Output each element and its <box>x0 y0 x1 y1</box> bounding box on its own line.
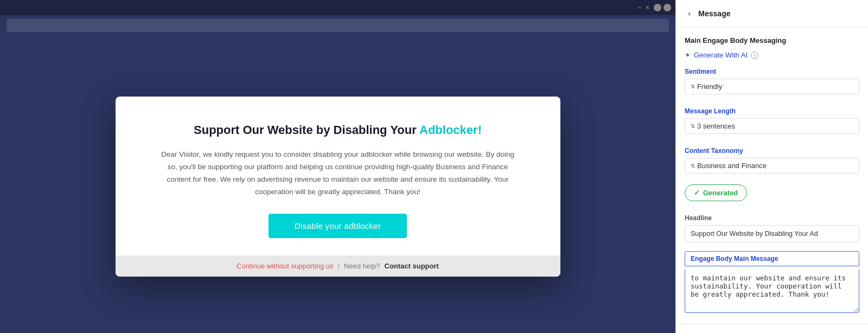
address-input[interactable] <box>7 19 669 32</box>
browser-address-bar <box>0 15 675 36</box>
sentiment-select[interactable]: ⇅ Friendly <box>685 79 859 94</box>
adblock-modal: Support Our Website by Disabling Your Ad… <box>116 97 560 277</box>
editor-header: ‹ Message <box>676 0 868 28</box>
check-icon: ✓ <box>694 189 700 197</box>
sentiment-field-group: Sentiment ⇅ Friendly <box>676 66 868 101</box>
chevron-up-down-icon: ⇅ <box>691 123 695 129</box>
headline-label: Headline <box>685 214 859 222</box>
instructions-section-title: Instructions Action Messaging <box>676 324 868 333</box>
sentiment-label: Sentiment <box>685 68 859 75</box>
browser-panel: − × Support Our Website by Disabling You… <box>0 0 675 333</box>
content-taxonomy-label: Content Taxonomy <box>685 147 859 155</box>
footer-contact-link[interactable]: Contact support <box>385 262 439 270</box>
headline-input[interactable] <box>685 225 859 242</box>
body-message-field-group: Engage Body Main Message to maintain our… <box>676 249 868 322</box>
scroll-dot-1 <box>654 4 661 11</box>
body-message-label: Engage Body Main Message <box>685 251 859 266</box>
scroll-dot-2 <box>663 4 671 11</box>
browser-content: Support Our Website by Disabling Your Ad… <box>0 40 675 333</box>
content-taxonomy-value: Business and Finance <box>697 162 767 170</box>
message-length-value: 3 sentences <box>697 122 735 130</box>
disable-adblocker-button[interactable]: Disable your adblocker <box>269 214 407 238</box>
modal-footer: Continue without supporting us | Need he… <box>116 255 560 277</box>
modal-headline: Support Our Website by Disabling Your Ad… <box>137 123 539 138</box>
body-message-textarea[interactable]: to maintain our website and ensure its s… <box>685 270 859 313</box>
sentiment-value: Friendly <box>697 82 722 91</box>
tab-bar-placeholder <box>0 36 675 40</box>
content-taxonomy-select[interactable]: ⇅ Business and Finance <box>685 158 859 174</box>
scroll-indicator <box>654 4 671 11</box>
message-length-select[interactable]: ⇅ 3 sentences <box>685 118 859 134</box>
headline-field-group: Headline <box>676 212 868 249</box>
section-title: Main Engage Body Messaging <box>676 28 868 50</box>
footer-need-help-text: Need help? <box>344 262 380 270</box>
continue-without-link[interactable]: Continue without supporting us <box>237 262 334 270</box>
message-length-label: Message Length <box>685 107 859 115</box>
modal-body-text: Dear Visitor, we kindly request you to c… <box>159 149 517 198</box>
modal-headline-highlight: Adblocker! <box>419 123 482 137</box>
chevron-up-icon: ⇅ <box>691 84 695 89</box>
message-length-field-group: Message Length ⇅ 3 sentences <box>676 105 868 140</box>
editor-panel: ‹ Message Main Engage Body Messaging ✦ G… <box>675 0 868 333</box>
close-icon[interactable]: × <box>646 4 649 11</box>
modal-body: Support Our Website by Disabling Your Ad… <box>116 97 560 255</box>
chevron-taxonomy-icon: ⇅ <box>691 163 695 169</box>
ai-sparkle-icon: ✦ <box>685 51 691 59</box>
window-controls: − × <box>637 4 649 11</box>
instructions-section: Instructions Action Messaging <box>676 324 868 333</box>
minimize-icon[interactable]: − <box>637 4 641 11</box>
generated-button[interactable]: ✓ Generated <box>685 184 747 201</box>
generated-label: Generated <box>703 189 738 197</box>
footer-separator: | <box>338 262 340 270</box>
content-taxonomy-field-group: Content Taxonomy ⇅ Business and Finance <box>676 145 868 180</box>
back-button[interactable]: ‹ <box>685 8 694 20</box>
info-icon[interactable]: i <box>751 52 758 59</box>
ai-generate-row: ✦ Generate With AI i <box>676 50 868 66</box>
ai-generate-button[interactable]: Generate With AI <box>694 51 748 59</box>
browser-top-bar: − × <box>0 0 675 15</box>
editor-panel-title: Message <box>698 9 730 18</box>
